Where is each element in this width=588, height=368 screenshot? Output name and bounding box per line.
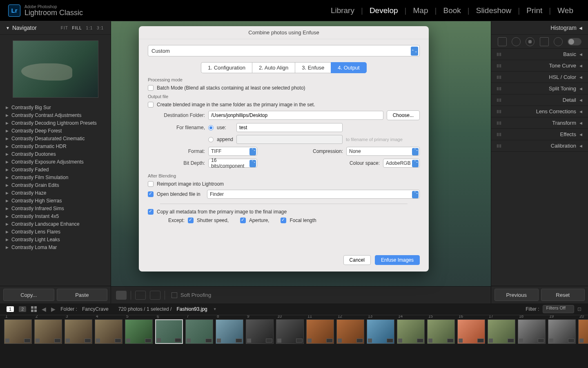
spot-removal-icon[interactable]: [512, 37, 521, 46]
open-in-select[interactable]: Finder: [207, 190, 420, 199]
filmstrip-thumb[interactable]: 12: [336, 319, 364, 344]
same-folder-checkbox[interactable]: [148, 102, 154, 108]
filmstrip-thumb[interactable]: 15: [427, 319, 455, 344]
reimport-checkbox[interactable]: [148, 181, 154, 187]
monitor-2-button[interactable]: 2: [19, 306, 26, 312]
format-select[interactable]: TIFF: [208, 147, 257, 156]
dialog-tab[interactable]: 3. Enfuse: [295, 62, 331, 73]
bitdepth-select[interactable]: 16 bits/component: [208, 159, 257, 168]
use-filename-input[interactable]: [236, 123, 343, 132]
monitor-1-button[interactable]: 1: [7, 306, 14, 312]
panel-switch-icon[interactable]: [568, 38, 581, 45]
filmstrip-thumb[interactable]: 11: [306, 319, 334, 344]
filmstrip[interactable]: 1234567891011121314151617181920: [0, 315, 588, 348]
filmstrip-thumb[interactable]: 7: [185, 319, 213, 344]
histogram-header[interactable]: Histogram ◀: [491, 21, 588, 35]
preset-item[interactable]: ▶Contrastly Landscape Enhance: [6, 220, 111, 228]
filter-lock-icon[interactable]: ⊡: [577, 306, 581, 312]
module-map[interactable]: Map: [407, 6, 435, 15]
preset-item[interactable]: ▶Contrastly Haze: [6, 189, 111, 197]
before-after-yy-icon[interactable]: [150, 291, 160, 300]
preset-item[interactable]: ▶Contrastly Desaturated Cinematic: [6, 135, 111, 142]
filmstrip-thumb[interactable]: 6: [155, 319, 183, 344]
panel-section[interactable]: Detail◀: [491, 94, 588, 106]
filmstrip-thumb[interactable]: 18: [518, 319, 546, 344]
grid-view-icon[interactable]: [31, 306, 37, 312]
filmstrip-thumb[interactable]: 17: [488, 319, 515, 344]
preset-item[interactable]: ▶Contrastly Dramatic HDR: [6, 142, 111, 150]
filmstrip-thumb[interactable]: 8: [216, 319, 243, 344]
panel-section[interactable]: Tone Curve◀: [491, 60, 588, 72]
filmstrip-thumb[interactable]: 10: [276, 319, 304, 344]
enfuse-images-button[interactable]: Enfuse Images: [375, 255, 420, 265]
prev-photo-icon[interactable]: ◀: [42, 306, 46, 312]
filter-select[interactable]: Filters Off: [543, 305, 574, 313]
filmstrip-thumb[interactable]: 19: [548, 319, 576, 344]
module-web[interactable]: Web: [551, 6, 580, 15]
filmstrip-thumb[interactable]: 14: [397, 319, 425, 344]
filmstrip-thumb[interactable]: 4: [95, 319, 122, 344]
module-library[interactable]: Library: [324, 6, 361, 15]
panel-section[interactable]: Calibration◀: [491, 140, 588, 152]
graduated-filter-icon[interactable]: [540, 37, 549, 46]
append-radio[interactable]: [208, 137, 214, 142]
cancel-button[interactable]: Cancel: [343, 255, 371, 265]
copy-button[interactable]: Copy...: [3, 289, 54, 301]
preset-item[interactable]: ▶Contrastly Contrast Adjustments: [6, 111, 111, 119]
navigator-preview[interactable]: [13, 40, 98, 98]
preset-item[interactable]: ▶Contrastly Deep Forest: [6, 127, 111, 135]
filmstrip-thumb[interactable]: 9: [246, 319, 274, 344]
navigator-zoom[interactable]: FIT FILL 1:1 3:1: [60, 26, 105, 30]
preset-item[interactable]: ▶Contrastly Exposure Adjustments: [6, 158, 111, 166]
append-input[interactable]: [236, 135, 343, 144]
panel-section[interactable]: Effects◀: [491, 129, 588, 140]
radial-filter-icon[interactable]: [554, 37, 563, 46]
panel-section[interactable]: HSL / Color◀: [491, 72, 588, 83]
preset-item[interactable]: ▶Contrastly Infrared Sims: [6, 204, 111, 212]
batch-mode-checkbox[interactable]: [148, 85, 154, 91]
preset-item[interactable]: ▶Contrastly Film Simulation: [6, 173, 111, 181]
shutter-checkbox[interactable]: [188, 218, 194, 223]
use-radio[interactable]: [208, 125, 214, 130]
filmstrip-thumb[interactable]: 2: [34, 319, 62, 344]
colorspace-select[interactable]: AdobeRGB: [383, 159, 420, 168]
loupe-view-icon[interactable]: [116, 291, 127, 300]
preset-item[interactable]: ▶Contrastly Duotones: [6, 150, 111, 158]
dialog-tab[interactable]: 4. Output: [331, 62, 366, 73]
filmstrip-thumb[interactable]: 3: [65, 319, 92, 344]
focal-checkbox[interactable]: [281, 218, 286, 223]
folder-name[interactable]: FancyCrave: [82, 306, 109, 312]
module-develop[interactable]: Develop: [363, 6, 405, 15]
filmstrip-thumb[interactable]: 5: [125, 319, 153, 344]
dropdown-icon[interactable]: ▼: [213, 307, 217, 311]
choose-button[interactable]: Choose...: [387, 110, 420, 120]
module-print[interactable]: Print: [520, 6, 549, 15]
navigator-header[interactable]: ▼ Navigator FIT FILL 1:1 3:1: [0, 21, 111, 35]
filmstrip-thumb[interactable]: 13: [367, 319, 394, 344]
dialog-tab[interactable]: 1. Configuration: [201, 62, 252, 73]
panel-section[interactable]: Transform◀: [491, 117, 588, 129]
panel-section[interactable]: Lens Corrections◀: [491, 106, 588, 117]
preset-item[interactable]: ▶Contrastly Instant 4x5: [6, 212, 111, 220]
before-after-ra-icon[interactable]: [135, 291, 146, 300]
redeye-tool-icon[interactable]: [526, 37, 535, 46]
preset-item[interactable]: ▶Contrastly Faded: [6, 166, 111, 173]
next-photo-icon[interactable]: ▶: [51, 306, 56, 312]
preset-item[interactable]: ▶Contrastly Light Leaks: [6, 236, 111, 243]
module-slideshow[interactable]: Slideshow: [470, 6, 518, 15]
open-in-checkbox[interactable]: [148, 191, 154, 197]
current-file[interactable]: Fashion93.jpg: [176, 306, 207, 312]
aperture-checkbox[interactable]: [240, 218, 246, 223]
filmstrip-thumb[interactable]: 1: [4, 319, 32, 344]
copy-metadata-checkbox[interactable]: [148, 209, 154, 215]
panel-section[interactable]: Basic◀: [491, 49, 588, 60]
module-book[interactable]: Book: [437, 6, 467, 15]
preset-item[interactable]: ▶Contrastly Loma Mar: [6, 243, 111, 251]
preset-item[interactable]: ▶Contrastly Decoding Lightroom Presets: [6, 119, 111, 127]
previous-button[interactable]: Previous: [494, 289, 539, 301]
compression-select[interactable]: None: [346, 147, 420, 156]
crop-tool-icon[interactable]: [498, 37, 507, 46]
dialog-tab[interactable]: 2. Auto Align: [252, 62, 295, 73]
panel-section[interactable]: Split Toning◀: [491, 83, 588, 94]
paste-button[interactable]: Paste: [57, 289, 108, 301]
